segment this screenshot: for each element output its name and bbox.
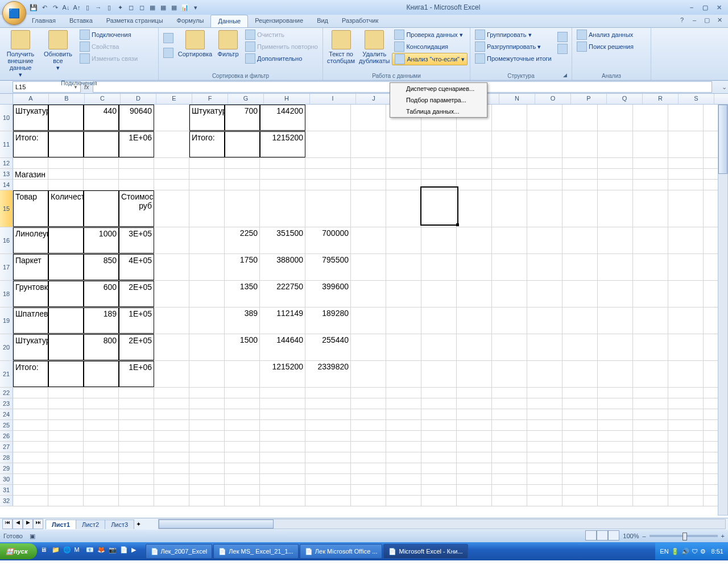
cell[interactable] xyxy=(225,442,260,452)
column-header[interactable]: I xyxy=(310,94,356,104)
cell[interactable] xyxy=(668,131,704,157)
row-header[interactable]: 14 xyxy=(0,180,13,190)
cell[interactable] xyxy=(84,169,119,179)
cell[interactable] xyxy=(119,452,154,463)
cell[interactable] xyxy=(84,158,119,168)
cell[interactable] xyxy=(633,169,668,179)
row-header[interactable]: 24 xyxy=(0,409,13,419)
cell[interactable] xyxy=(492,334,527,360)
cell[interactable] xyxy=(48,452,84,463)
cell[interactable]: 1E+05 xyxy=(119,307,154,334)
cell[interactable] xyxy=(527,169,562,179)
cell[interactable] xyxy=(598,131,633,157)
cell[interactable] xyxy=(633,452,668,463)
cell[interactable] xyxy=(598,409,633,419)
cell[interactable]: 1500 xyxy=(225,334,260,360)
cell[interactable] xyxy=(633,190,668,227)
clock[interactable]: 8:51 xyxy=(712,548,723,555)
cell[interactable] xyxy=(668,409,704,419)
cell[interactable] xyxy=(421,307,457,334)
cell[interactable] xyxy=(562,281,598,307)
cell[interactable]: Итого: xyxy=(13,131,48,157)
ribbon-tab[interactable]: Формулы xyxy=(170,15,211,27)
cell[interactable] xyxy=(633,398,668,409)
cell[interactable] xyxy=(457,474,492,484)
cell[interactable] xyxy=(260,388,305,398)
cell[interactable] xyxy=(527,307,562,334)
cell[interactable] xyxy=(421,442,457,452)
cell[interactable] xyxy=(421,452,457,463)
cell[interactable] xyxy=(562,180,598,190)
cell[interactable]: 1350 xyxy=(225,281,260,307)
cell[interactable]: Линолеум xyxy=(13,227,48,253)
cell[interactable] xyxy=(457,452,492,463)
cell[interactable] xyxy=(386,307,421,334)
ql-icon[interactable]: M xyxy=(75,546,85,556)
solver-button[interactable]: Поиск решения xyxy=(574,41,636,52)
zoom-out-icon[interactable]: – xyxy=(642,533,646,539)
sort-button[interactable]: Сортировка xyxy=(177,29,213,59)
cell[interactable] xyxy=(562,420,598,430)
cell[interactable]: Шпатлевка xyxy=(13,307,48,334)
cell[interactable] xyxy=(421,169,457,179)
cell[interactable] xyxy=(421,474,457,484)
row-header[interactable]: 16 xyxy=(0,227,13,253)
cell[interactable] xyxy=(527,254,562,280)
cell[interactable] xyxy=(84,180,119,190)
cell[interactable] xyxy=(189,158,225,168)
text-to-columns-button[interactable]: Текст по столбцам xyxy=(325,29,357,65)
ungroup-button[interactable]: Разгруппировать ▾ xyxy=(473,41,554,52)
cell[interactable] xyxy=(421,485,457,495)
cell[interactable]: 2E+05 xyxy=(119,334,154,360)
cell[interactable] xyxy=(562,388,598,398)
cell[interactable] xyxy=(562,190,598,227)
cell[interactable]: 144640 xyxy=(260,334,305,360)
cell[interactable] xyxy=(633,463,668,473)
qat-save-icon[interactable]: 💾 xyxy=(28,2,39,13)
cell[interactable] xyxy=(84,409,119,419)
cell[interactable] xyxy=(668,442,704,452)
cell[interactable] xyxy=(189,398,225,409)
row-header[interactable]: 11 xyxy=(0,131,13,157)
cell[interactable] xyxy=(457,307,492,334)
cell[interactable] xyxy=(633,105,668,131)
cell[interactable]: 351500 xyxy=(260,227,305,253)
cell[interactable] xyxy=(48,131,84,157)
cell[interactable] xyxy=(13,474,48,484)
cell[interactable] xyxy=(154,431,189,441)
cell[interactable] xyxy=(48,431,84,441)
cell[interactable] xyxy=(492,409,527,419)
column-header[interactable]: B xyxy=(49,94,85,104)
doc-restore-icon[interactable]: ▢ xyxy=(702,15,712,25)
cell[interactable] xyxy=(668,431,704,441)
cell[interactable] xyxy=(48,388,84,398)
cell[interactable] xyxy=(305,474,351,484)
cell[interactable] xyxy=(48,334,84,360)
cell[interactable] xyxy=(562,431,598,441)
cell[interactable] xyxy=(598,463,633,473)
cell[interactable] xyxy=(305,180,351,190)
cell[interactable] xyxy=(225,431,260,441)
row-header[interactable]: 26 xyxy=(0,431,13,441)
cell[interactable] xyxy=(84,485,119,495)
cell[interactable] xyxy=(351,180,386,190)
cell[interactable] xyxy=(562,452,598,463)
connections-button[interactable]: Подключения xyxy=(77,29,140,40)
cell[interactable] xyxy=(386,420,421,430)
cell[interactable]: 90640 xyxy=(119,105,154,131)
ribbon-tab[interactable]: Разметка страницы xyxy=(100,15,170,27)
cell[interactable] xyxy=(154,131,189,157)
cell[interactable] xyxy=(225,474,260,484)
start-button[interactable]: 🪟 пуск xyxy=(0,543,37,559)
cell[interactable] xyxy=(386,190,421,227)
cell[interactable]: 399600 xyxy=(305,281,351,307)
cell[interactable] xyxy=(633,361,668,387)
view-buttons[interactable] xyxy=(585,530,619,542)
cell[interactable] xyxy=(351,452,386,463)
cell[interactable] xyxy=(154,398,189,409)
lang-indicator[interactable]: EN xyxy=(660,548,668,555)
cell[interactable] xyxy=(492,361,527,387)
new-sheet-icon[interactable]: ✦ xyxy=(136,521,141,528)
row-header[interactable]: 10 xyxy=(0,105,13,131)
cell[interactable] xyxy=(48,463,84,473)
